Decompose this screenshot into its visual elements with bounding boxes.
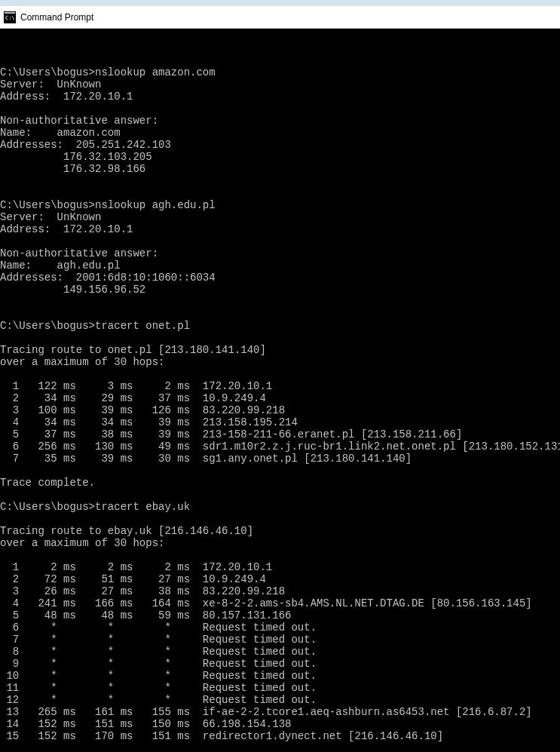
- svg-rect-1: [5, 12, 15, 14]
- svg-text:C:\: C:\: [5, 15, 15, 21]
- window-title: Command Prompt: [20, 12, 93, 23]
- terminal-output: C:\Users\bogus>nslookup amazon.com Serve…: [0, 54, 560, 752]
- terminal-area[interactable]: C:\Users\bogus>nslookup amazon.com Serve…: [0, 29, 560, 752]
- window-title-bar[interactable]: C:\ Command Prompt: [0, 6, 560, 29]
- cmd-icon: C:\: [4, 11, 16, 23]
